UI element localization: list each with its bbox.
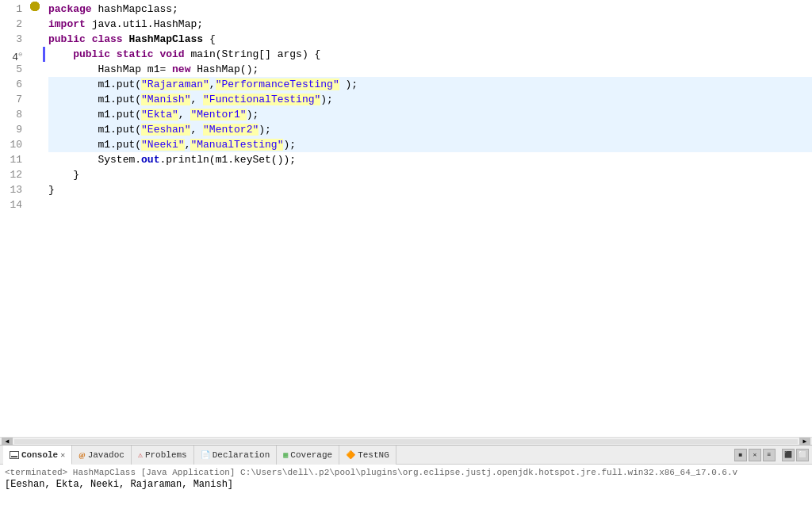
code-line-12: }	[48, 167, 812, 182]
tab-javadoc-label: Javadoc	[88, 450, 124, 460]
scroll-left-arrow[interactable]: ◀	[2, 438, 13, 446]
code-line-1: package hashMapclass;	[48, 2, 812, 17]
editor-area: 1 2 3 4⊖ 5 6 7 8 9 10 11 12 13 14	[0, 0, 812, 445]
code-line-3: public class HashMapClass {	[48, 32, 812, 47]
code-line-2: import java.util.HashMap;	[48, 17, 812, 32]
code-line-8: m1.put("Ekta", "Mentor1");	[48, 107, 812, 122]
expand2-button[interactable]: ⬜	[796, 449, 809, 461]
console-icon	[10, 451, 19, 459]
console-content: <terminated> HashMapClass [Java Applicat…	[0, 465, 812, 528]
coverage-icon: ▦	[283, 450, 288, 460]
tab-console[interactable]: Console ✕	[3, 446, 72, 465]
bottom-panel: Console ✕ @ Javadoc ⚠ Problems 📄 Declara…	[0, 445, 812, 528]
code-lines[interactable]: package hashMapclass; import java.util.H…	[45, 2, 812, 437]
line-number-14: 14	[0, 197, 22, 212]
scroll-right-arrow[interactable]: ▶	[799, 438, 810, 446]
line-number-4: 4⊖	[0, 47, 22, 62]
tab-testng-label: TestNG	[358, 450, 389, 460]
code-line-11: System.out.println(m1.keySet());	[48, 152, 812, 167]
line-number-8: 8	[0, 107, 22, 122]
testng-icon: 🔶	[346, 450, 355, 460]
tab-console-close[interactable]: ✕	[60, 450, 65, 460]
tab-javadoc[interactable]: @ Javadoc	[72, 446, 132, 465]
tab-problems-label: Problems	[145, 450, 187, 460]
horizontal-scrollbar[interactable]: ◀ ▶	[0, 437, 812, 445]
javadoc-icon: @	[79, 451, 85, 459]
gutter	[29, 2, 43, 437]
line-number-13: 13	[0, 182, 22, 197]
code-line-10: m1.put("Neeki","ManualTesting");	[48, 137, 812, 152]
expand1-button[interactable]: ⬛	[782, 449, 795, 461]
line-number-9: 9	[0, 122, 22, 137]
tab-coverage[interactable]: ▦ Coverage	[277, 446, 339, 465]
code-line-7: m1.put("Manish", "FunctionalTesting");	[48, 92, 812, 107]
line-number-10: 10	[0, 137, 22, 152]
clear-button[interactable]: ≡	[763, 449, 776, 461]
code-line-4: public static void main(String[] args) {	[48, 47, 812, 62]
console-output: [Eeshan, Ekta, Neeki, Rajaraman, Manish]	[5, 479, 807, 490]
tab-declaration[interactable]: 📄 Declaration	[194, 446, 278, 465]
stop-button[interactable]: ■	[734, 449, 747, 461]
tab-console-label: Console	[21, 450, 58, 460]
line-numbers: 1 2 3 4⊖ 5 6 7 8 9 10 11 12 13 14	[0, 2, 29, 437]
code-line-6: m1.put("Rajaraman","PerformanceTesting" …	[48, 77, 812, 92]
tab-declaration-label: Declaration	[213, 450, 270, 460]
tab-problems[interactable]: ⚠ Problems	[132, 446, 194, 465]
line-number-3: 3	[0, 32, 22, 47]
console-terminated-text: <terminated> HashMapClass [Java Applicat…	[5, 468, 807, 477]
tab-testng[interactable]: 🔶 TestNG	[339, 446, 396, 465]
code-line-14	[48, 197, 812, 212]
remove-button[interactable]: ✕	[749, 449, 761, 461]
line-number-11: 11	[0, 152, 22, 167]
tab-actions: ■ ✕ ≡ ⬛ ⬜	[734, 449, 812, 461]
line-number-1: 1	[0, 2, 22, 17]
code-line-5: HashMap m1= new HashMap();	[48, 62, 812, 77]
tab-coverage-label: Coverage	[290, 450, 332, 460]
line-number-6: 6	[0, 77, 22, 92]
tab-bar: Console ✕ @ Javadoc ⚠ Problems 📄 Declara…	[0, 446, 812, 465]
line-number-7: 7	[0, 92, 22, 107]
code-container: 1 2 3 4⊖ 5 6 7 8 9 10 11 12 13 14	[0, 0, 812, 437]
line-number-2: 2	[0, 17, 22, 32]
declaration-icon: 📄	[201, 450, 210, 460]
code-line-13: }	[48, 182, 812, 197]
scroll-track[interactable]	[14, 439, 798, 444]
code-line-9: m1.put("Eeshan", "Mentor2");	[48, 122, 812, 137]
problems-icon: ⚠	[138, 450, 143, 460]
line-number-5: 5	[0, 62, 22, 77]
line-number-12: 12	[0, 167, 22, 182]
